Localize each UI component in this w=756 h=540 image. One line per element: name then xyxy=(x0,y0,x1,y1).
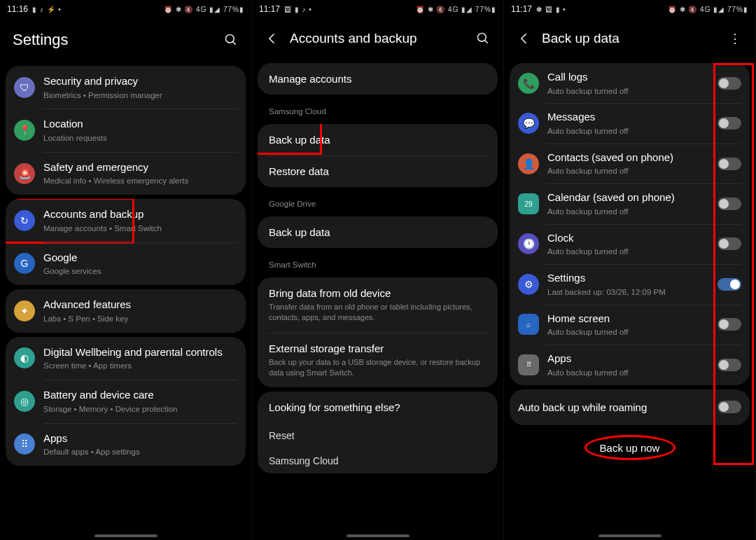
settings-item[interactable]: ⠿AppsDefault apps • App settings xyxy=(6,423,246,466)
back-button[interactable] xyxy=(517,31,532,46)
settings-screen: 11:16 ▮ ♪ ⚡ • ⏰ ✱ 🔇 4G ▮◢ 77%▮ Settings … xyxy=(0,0,252,540)
header: Accounts and backup xyxy=(252,18,503,59)
settings-item-icon: 🚨 xyxy=(14,163,35,184)
backup-items-card: 📞Call logsAuto backup turned off💬Message… xyxy=(510,63,750,385)
settings-item-icon: ⠿ xyxy=(14,434,35,455)
backup-item-title: Settings xyxy=(547,271,712,285)
card: Looking for something else?ResetSamsung … xyxy=(258,392,498,473)
backup-item-sub: Auto backup turned off xyxy=(547,247,712,257)
roaming-toggle[interactable] xyxy=(718,401,741,413)
settings-item-icon: 📍 xyxy=(14,120,35,141)
status-right-icons: ⏰ ✱ 🔇 4G ▮◢ 77%▮ xyxy=(164,6,244,13)
backup-list[interactable]: 📞Call logsAuto backup turned off💬Message… xyxy=(504,59,755,540)
menu-item-title: Looking for something else? xyxy=(269,401,486,413)
backup-item-toggle[interactable] xyxy=(718,117,741,130)
menu-item[interactable]: External storage transferBack up your da… xyxy=(258,333,498,388)
settings-item[interactable]: GGoogleGoogle services xyxy=(6,242,246,285)
backup-item-icon: 🕐 xyxy=(518,233,539,254)
menu-item[interactable]: Back up data xyxy=(258,124,498,155)
home-indicator xyxy=(598,534,662,537)
backup-item[interactable]: 💬MessagesAuto backup turned off xyxy=(510,103,750,143)
status-time: 11:17 xyxy=(259,4,280,14)
backup-item-toggle[interactable] xyxy=(718,278,741,291)
backup-item-sub: Auto backup turned off xyxy=(547,327,712,338)
section-label: Smart Switch xyxy=(258,252,498,273)
backup-item-toggle[interactable] xyxy=(718,158,741,170)
settings-item[interactable]: 🛡Security and privacyBiometrics • Permis… xyxy=(6,66,246,109)
settings-item-sub: Medical info • Wireless emergency alerts xyxy=(43,176,237,186)
card: Back up dataRestore data xyxy=(258,124,498,187)
page-title: Accounts and backup xyxy=(290,31,475,46)
section-label: Google Drive xyxy=(258,191,498,212)
settings-list[interactable]: 🛡Security and privacyBiometrics • Permis… xyxy=(0,62,251,540)
backup-item-toggle[interactable] xyxy=(718,237,741,250)
page-title: Settings xyxy=(13,31,223,49)
backup-item[interactable]: 🕐ClockAuto backup turned off xyxy=(510,224,750,264)
suggestion-link[interactable]: Reset xyxy=(258,423,498,448)
settings-item[interactable]: 🚨Safety and emergencyMedical info • Wire… xyxy=(6,152,246,195)
card: Bring data from old deviceTransfer data … xyxy=(258,277,498,387)
settings-item[interactable]: 📍LocationLocation requests xyxy=(6,109,246,151)
settings-item-title: Apps xyxy=(43,431,237,445)
backup-item-sub: Last backed up: 03/26, 12:09 PM xyxy=(547,287,712,298)
settings-item-sub: Labs • S Pen • Side key xyxy=(43,314,237,324)
backup-item-icon: ⚙ xyxy=(518,274,539,295)
menu-item-title: Manage accounts xyxy=(269,73,486,85)
backup-item[interactable]: 👤Contacts (saved on phone)Auto backup tu… xyxy=(510,144,750,184)
search-icon[interactable] xyxy=(223,32,239,48)
backup-item[interactable]: ⚙SettingsLast backed up: 03/26, 12:09 PM xyxy=(510,264,750,304)
back-button[interactable] xyxy=(265,31,280,46)
backup-item-toggle[interactable] xyxy=(718,318,741,331)
backup-item[interactable]: 📞Call logsAuto backup turned off xyxy=(510,63,750,103)
accounts-backup-screen: 11:17 🖼 ▮ ♪ • ⏰ ✱ 🔇 4G ▮◢ 77%▮ Accounts … xyxy=(252,0,504,540)
menu-item[interactable]: Manage accounts xyxy=(258,63,498,95)
settings-item[interactable]: ↻Accounts and backupManage accounts • Sm… xyxy=(6,199,246,242)
svg-point-0 xyxy=(226,35,234,43)
suggestion-link[interactable]: Samsung Cloud xyxy=(258,448,498,473)
status-left-icons: ✽ 🖼 ▮ • xyxy=(536,6,566,13)
menu-item-title: Restore data xyxy=(269,165,486,177)
settings-item-title: Location xyxy=(43,117,237,131)
accounts-list[interactable]: Manage accountsSamsung CloudBack up data… xyxy=(252,59,503,540)
svg-line-3 xyxy=(485,41,488,43)
status-left-icons: ▮ ♪ ⚡ • xyxy=(32,6,62,13)
backup-item[interactable]: ⌂Home screenAuto backup turned off xyxy=(510,305,750,345)
roaming-toggle-row[interactable]: Auto back up while roaming xyxy=(510,389,750,426)
roaming-title: Auto back up while roaming xyxy=(518,401,712,415)
home-indicator xyxy=(94,534,158,537)
settings-item[interactable]: ◎Battery and device careStorage • Memory… xyxy=(6,380,246,422)
settings-item[interactable]: ✦Advanced featuresLabs • S Pen • Side ke… xyxy=(6,289,246,332)
menu-item[interactable]: Bring data from old deviceTransfer data … xyxy=(258,277,498,333)
backup-item-icon: 👤 xyxy=(518,153,539,174)
menu-item[interactable]: Back up data xyxy=(258,216,498,248)
backup-item-toggle[interactable] xyxy=(718,77,741,90)
menu-item[interactable]: Restore data xyxy=(258,155,498,187)
home-indicator xyxy=(346,534,410,537)
settings-item-title: Google xyxy=(43,251,237,265)
backup-now-button[interactable]: Back up now xyxy=(510,429,750,461)
status-time: 11:16 xyxy=(7,4,28,14)
svg-line-1 xyxy=(233,42,236,45)
backup-item[interactable]: 29Calendar (saved on phone)Auto backup t… xyxy=(510,184,750,223)
settings-item-icon: ◎ xyxy=(14,391,35,412)
backup-item-title: Clock xyxy=(547,231,712,245)
menu-item-sub: Back up your data to a USB storage devic… xyxy=(269,357,486,378)
settings-item-icon: ✦ xyxy=(14,300,35,321)
menu-item-sub: Transfer data from an old phone or table… xyxy=(269,302,486,323)
backup-item-sub: Auto backup turned off xyxy=(547,86,712,97)
settings-item[interactable]: ◐Digital Wellbeing and parental controls… xyxy=(6,337,246,380)
backup-item-sub: Auto backup turned off xyxy=(547,126,712,137)
more-icon[interactable]: ⋮ xyxy=(727,31,743,46)
settings-item-sub: Storage • Memory • Device protection xyxy=(43,404,237,415)
backup-item-toggle[interactable] xyxy=(718,198,741,210)
backup-item-icon: ⌂ xyxy=(518,314,539,335)
settings-item-title: Safety and emergency xyxy=(43,160,237,174)
backup-item-title: Home screen xyxy=(547,312,712,326)
backup-item-sub: Auto backup turned off xyxy=(547,207,712,217)
backup-data-screen: 11:17 ✽ 🖼 ▮ • ⏰ ✱ 🔇 4G ▮◢ 77%▮ Back up d… xyxy=(504,0,756,540)
backup-item-toggle[interactable] xyxy=(718,359,741,371)
status-left-icons: 🖼 ▮ ♪ • xyxy=(284,6,312,13)
search-icon[interactable] xyxy=(475,31,491,46)
backup-item[interactable]: ⠿AppsAuto backup turned off xyxy=(510,345,750,385)
menu-item-title: External storage transfer xyxy=(269,342,486,354)
